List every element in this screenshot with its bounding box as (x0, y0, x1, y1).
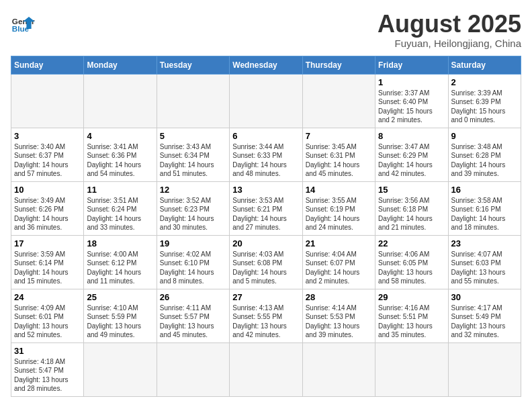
calendar-cell: 2Sunrise: 3:39 AM Sunset: 6:39 PM Daylig… (448, 74, 521, 128)
calendar-cell: 13Sunrise: 3:53 AM Sunset: 6:21 PM Dayli… (230, 181, 302, 235)
calendar-cell: 19Sunrise: 4:02 AM Sunset: 6:10 PM Dayli… (157, 235, 229, 289)
day-info: Sunrise: 3:53 AM Sunset: 6:21 PM Dayligh… (232, 196, 299, 232)
calendar-cell: 21Sunrise: 4:04 AM Sunset: 6:07 PM Dayli… (302, 235, 375, 289)
day-number: 18 (87, 238, 153, 248)
day-number: 17 (14, 238, 81, 248)
day-number: 12 (160, 185, 226, 195)
day-number: 1 (378, 77, 445, 87)
calendar-cell: 12Sunrise: 3:52 AM Sunset: 6:23 PM Dayli… (157, 181, 229, 235)
calendar-cell: 27Sunrise: 4:13 AM Sunset: 5:55 PM Dayli… (230, 289, 302, 342)
day-number: 6 (232, 131, 299, 141)
day-info: Sunrise: 4:14 AM Sunset: 5:53 PM Dayligh… (306, 304, 372, 340)
page-header: General Blue August 2025 Fuyuan, Heilong… (11, 11, 521, 49)
day-number: 27 (232, 292, 299, 302)
day-number: 10 (14, 185, 81, 195)
day-number: 23 (451, 238, 518, 248)
day-number: 19 (160, 238, 226, 248)
calendar-week-row: 3Sunrise: 3:40 AM Sunset: 6:37 PM Daylig… (11, 128, 521, 181)
weekday-header-wednesday: Wednesday (230, 56, 302, 74)
calendar-cell (84, 342, 157, 396)
day-number: 28 (306, 292, 372, 302)
day-number: 26 (160, 292, 226, 302)
calendar-week-row: 10Sunrise: 3:49 AM Sunset: 6:26 PM Dayli… (11, 181, 521, 235)
calendar-cell: 29Sunrise: 4:16 AM Sunset: 5:51 PM Dayli… (375, 289, 448, 342)
day-info: Sunrise: 3:51 AM Sunset: 6:24 PM Dayligh… (87, 196, 153, 232)
day-info: Sunrise: 3:41 AM Sunset: 6:36 PM Dayligh… (87, 142, 153, 179)
calendar-title: August 2025 (378, 11, 521, 38)
day-number: 15 (378, 185, 445, 195)
day-info: Sunrise: 3:52 AM Sunset: 6:23 PM Dayligh… (160, 196, 226, 232)
logo: General Blue (11, 11, 35, 35)
calendar-cell (230, 74, 302, 128)
day-info: Sunrise: 3:48 AM Sunset: 6:28 PM Dayligh… (451, 142, 518, 179)
weekday-header-row: SundayMondayTuesdayWednesdayThursdayFrid… (11, 56, 521, 74)
calendar-cell: 15Sunrise: 3:56 AM Sunset: 6:18 PM Dayli… (375, 181, 448, 235)
calendar-cell: 22Sunrise: 4:06 AM Sunset: 6:05 PM Dayli… (375, 235, 448, 289)
calendar-cell: 30Sunrise: 4:17 AM Sunset: 5:49 PM Dayli… (448, 289, 521, 342)
day-info: Sunrise: 4:11 AM Sunset: 5:57 PM Dayligh… (160, 304, 226, 340)
calendar-cell: 18Sunrise: 4:00 AM Sunset: 6:12 PM Dayli… (84, 235, 157, 289)
day-info: Sunrise: 4:10 AM Sunset: 5:59 PM Dayligh… (87, 304, 153, 340)
weekday-header-saturday: Saturday (448, 56, 521, 74)
day-number: 4 (87, 131, 153, 141)
day-number: 25 (87, 292, 153, 302)
day-number: 29 (378, 292, 445, 302)
day-number: 9 (451, 131, 518, 141)
calendar-cell (11, 74, 84, 128)
day-number: 20 (232, 238, 299, 248)
calendar-cell (448, 342, 521, 396)
title-block: August 2025 Fuyuan, Heilongjiang, China (378, 11, 521, 49)
calendar-week-row: 17Sunrise: 3:59 AM Sunset: 6:14 PM Dayli… (11, 235, 521, 289)
calendar-cell: 6Sunrise: 3:44 AM Sunset: 6:33 PM Daylig… (230, 128, 302, 181)
day-info: Sunrise: 4:16 AM Sunset: 5:51 PM Dayligh… (378, 304, 445, 340)
calendar-cell: 3Sunrise: 3:40 AM Sunset: 6:37 PM Daylig… (11, 128, 84, 181)
calendar-cell: 23Sunrise: 4:07 AM Sunset: 6:03 PM Dayli… (448, 235, 521, 289)
weekday-header-monday: Monday (84, 56, 157, 74)
day-number: 5 (160, 131, 226, 141)
day-number: 24 (14, 292, 81, 302)
calendar-cell (230, 342, 302, 396)
day-number: 30 (451, 292, 518, 302)
calendar-cell: 28Sunrise: 4:14 AM Sunset: 5:53 PM Dayli… (302, 289, 375, 342)
day-info: Sunrise: 4:17 AM Sunset: 5:49 PM Dayligh… (451, 304, 518, 340)
calendar-cell: 26Sunrise: 4:11 AM Sunset: 5:57 PM Dayli… (157, 289, 229, 342)
calendar-cell: 1Sunrise: 3:37 AM Sunset: 6:40 PM Daylig… (375, 74, 448, 128)
calendar-body: 1Sunrise: 3:37 AM Sunset: 6:40 PM Daylig… (11, 74, 521, 396)
day-info: Sunrise: 3:55 AM Sunset: 6:19 PM Dayligh… (306, 196, 372, 232)
calendar-table: SundayMondayTuesdayWednesdayThursdayFrid… (11, 56, 521, 397)
day-info: Sunrise: 3:47 AM Sunset: 6:29 PM Dayligh… (378, 142, 445, 179)
day-number: 2 (451, 77, 518, 87)
calendar-cell: 11Sunrise: 3:51 AM Sunset: 6:24 PM Dayli… (84, 181, 157, 235)
calendar-cell: 8Sunrise: 3:47 AM Sunset: 6:29 PM Daylig… (375, 128, 448, 181)
day-info: Sunrise: 4:04 AM Sunset: 6:07 PM Dayligh… (306, 250, 372, 286)
day-info: Sunrise: 3:39 AM Sunset: 6:39 PM Dayligh… (451, 89, 518, 125)
weekday-header-thursday: Thursday (302, 56, 375, 74)
day-number: 22 (378, 238, 445, 248)
weekday-header-friday: Friday (375, 56, 448, 74)
calendar-cell: 20Sunrise: 4:03 AM Sunset: 6:08 PM Dayli… (230, 235, 302, 289)
day-info: Sunrise: 4:07 AM Sunset: 6:03 PM Dayligh… (451, 250, 518, 286)
calendar-cell: 25Sunrise: 4:10 AM Sunset: 5:59 PM Dayli… (84, 289, 157, 342)
day-info: Sunrise: 4:06 AM Sunset: 6:05 PM Dayligh… (378, 250, 445, 286)
calendar-cell: 7Sunrise: 3:45 AM Sunset: 6:31 PM Daylig… (302, 128, 375, 181)
calendar-week-row: 1Sunrise: 3:37 AM Sunset: 6:40 PM Daylig… (11, 74, 521, 128)
calendar-cell: 16Sunrise: 3:58 AM Sunset: 6:16 PM Dayli… (448, 181, 521, 235)
day-info: Sunrise: 3:56 AM Sunset: 6:18 PM Dayligh… (378, 196, 445, 232)
day-info: Sunrise: 3:40 AM Sunset: 6:37 PM Dayligh… (14, 142, 81, 179)
day-info: Sunrise: 4:09 AM Sunset: 6:01 PM Dayligh… (14, 304, 81, 340)
day-info: Sunrise: 4:02 AM Sunset: 6:10 PM Dayligh… (160, 250, 226, 286)
calendar-cell (84, 74, 157, 128)
day-number: 3 (14, 131, 81, 141)
day-number: 8 (378, 131, 445, 141)
weekday-header-sunday: Sunday (11, 56, 84, 74)
day-info: Sunrise: 4:00 AM Sunset: 6:12 PM Dayligh… (87, 250, 153, 286)
weekday-header-tuesday: Tuesday (157, 56, 229, 74)
calendar-cell: 14Sunrise: 3:55 AM Sunset: 6:19 PM Dayli… (302, 181, 375, 235)
day-number: 14 (306, 185, 372, 195)
calendar-cell: 17Sunrise: 3:59 AM Sunset: 6:14 PM Dayli… (11, 235, 84, 289)
calendar-week-row: 31Sunrise: 4:18 AM Sunset: 5:47 PM Dayli… (11, 342, 521, 396)
day-info: Sunrise: 3:45 AM Sunset: 6:31 PM Dayligh… (306, 142, 372, 179)
calendar-cell (157, 342, 229, 396)
day-info: Sunrise: 4:03 AM Sunset: 6:08 PM Dayligh… (232, 250, 299, 286)
day-info: Sunrise: 3:37 AM Sunset: 6:40 PM Dayligh… (378, 89, 445, 125)
